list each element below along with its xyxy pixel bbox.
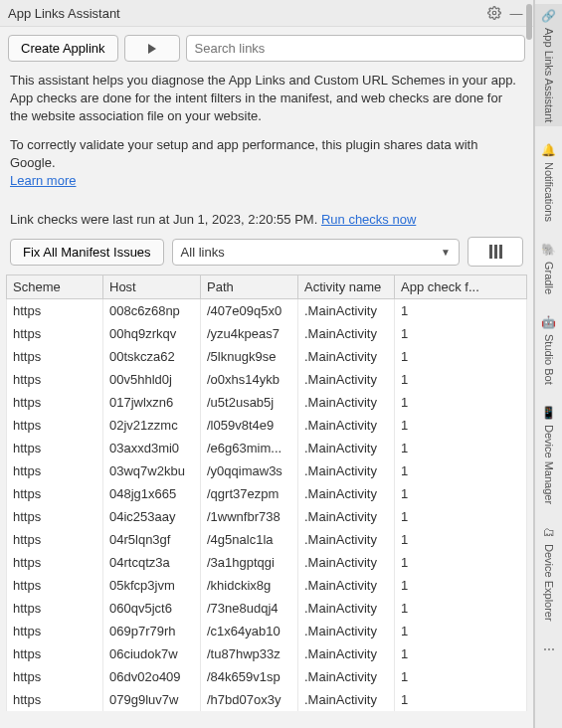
cell-flag: 1 bbox=[395, 299, 527, 323]
chevron-down-icon: ▼ bbox=[441, 247, 451, 258]
cell-flag: 1 bbox=[395, 322, 527, 345]
cell-scheme: https bbox=[7, 665, 103, 688]
sidebar-item-bot[interactable]: 🤖Studio Bot bbox=[541, 310, 557, 389]
cell-path: /5lknugk9se bbox=[201, 345, 298, 368]
col-host[interactable]: Host bbox=[103, 275, 201, 299]
sidebar-item-gradle[interactable]: 🐘Gradle bbox=[541, 238, 557, 298]
cell-path: /4g5nalc1la bbox=[201, 528, 298, 551]
cell-host: 04r5lqn3gf bbox=[103, 528, 201, 551]
fix-manifest-button[interactable]: Fix All Manifest Issues bbox=[10, 239, 164, 266]
learn-more-link[interactable]: Learn more bbox=[10, 173, 76, 188]
search-input[interactable] bbox=[186, 35, 525, 62]
scrollbar-thumb[interactable] bbox=[526, 4, 532, 40]
cell-scheme: https bbox=[7, 322, 103, 345]
sidebar-item-link[interactable]: 🔗App Links Assistant bbox=[535, 4, 562, 126]
cell-host: 00tskcza62 bbox=[103, 345, 201, 368]
desc-p2: To correctly validate your setup and app… bbox=[10, 136, 523, 191]
cell-host: 06dv02o409 bbox=[103, 665, 201, 688]
bell-icon: 🔔 bbox=[541, 142, 557, 158]
sidebar-item-device[interactable]: 📱Device Manager bbox=[541, 401, 557, 508]
table-row[interactable]: https06ciudok7w/tu87hwp33z.MainActivity1 bbox=[7, 642, 527, 665]
table-row[interactable]: https048jg1x665/qgrt37ezpm.MainActivity1 bbox=[7, 482, 527, 505]
cell-host: 00v5hhld0j bbox=[103, 368, 201, 391]
table-row[interactable]: https06dv02o409/84k659v1sp.MainActivity1 bbox=[7, 665, 527, 688]
cell-host: 03wq7w2kbu bbox=[103, 459, 201, 482]
cell-scheme: https bbox=[7, 574, 103, 597]
cell-path: /c1x64yab10 bbox=[201, 620, 298, 642]
table-row[interactable]: https060qv5jct6/73ne8udqj4.MainActivity1 bbox=[7, 597, 527, 620]
sidebar-label: Studio Bot bbox=[543, 334, 555, 385]
cell-path: /yzu4kpeas7 bbox=[201, 322, 298, 345]
cell-flag: 1 bbox=[395, 391, 527, 414]
cell-path: /e6g63mim... bbox=[201, 437, 298, 459]
controls-row: Fix All Manifest Issues All links ▼ bbox=[0, 237, 533, 274]
cell-path: /h7bd07ox3y bbox=[201, 688, 298, 711]
table-row[interactable]: https079g9luv7w/h7bd07ox3y.MainActivity1 bbox=[7, 688, 527, 711]
cell-activity: .MainActivity bbox=[298, 574, 395, 597]
run-button[interactable] bbox=[124, 35, 180, 62]
last-run-timestamp: Jun 1, 2023, 2:20:55 PM bbox=[173, 212, 314, 227]
cell-host: 048jg1x665 bbox=[103, 482, 201, 505]
sidebar-label: Device Manager bbox=[543, 425, 555, 504]
table-row[interactable]: https069p7r79rh/c1x64yab10.MainActivity1 bbox=[7, 620, 527, 642]
gear-icon[interactable] bbox=[485, 4, 503, 22]
table-row[interactable]: https05kfcp3jvm/khidckix8g.MainActivity1 bbox=[7, 574, 527, 597]
col-scheme[interactable]: Scheme bbox=[7, 275, 103, 299]
col-path[interactable]: Path bbox=[201, 275, 298, 299]
play-icon bbox=[147, 44, 157, 54]
cell-scheme: https bbox=[7, 620, 103, 642]
svg-marker-1 bbox=[148, 44, 156, 54]
cell-path: /73ne8udqj4 bbox=[201, 597, 298, 620]
cell-scheme: https bbox=[7, 642, 103, 665]
table-row[interactable]: https03axxd3mi0/e6g63mim....MainActivity… bbox=[7, 437, 527, 459]
cell-host: 069p7r79rh bbox=[103, 620, 201, 642]
table-row[interactable]: https00v5hhld0j/o0xhs14ykb.MainActivity1 bbox=[7, 368, 527, 391]
device-icon: 📱 bbox=[541, 405, 557, 421]
phone-icon: 🗂 bbox=[541, 524, 557, 540]
columns-toggle-button[interactable] bbox=[468, 237, 523, 267]
cell-flag: 1 bbox=[395, 505, 527, 528]
table-row[interactable]: https008c6z68np/407e09q5x0.MainActivity1 bbox=[7, 299, 527, 323]
minimize-icon[interactable]: — bbox=[507, 4, 525, 22]
columns-icon bbox=[489, 245, 502, 259]
cell-path: /tu87hwp33z bbox=[201, 642, 298, 665]
table-row[interactable]: https017jwlxzn6/u5t2usab5j.MainActivity1 bbox=[7, 391, 527, 414]
links-table-wrap[interactable]: Scheme Host Path Activity name App check… bbox=[6, 274, 527, 728]
table-header-row: Scheme Host Path Activity name App check… bbox=[7, 275, 527, 299]
table-row[interactable]: https00tskcza62/5lknugk9se.MainActivity1 bbox=[7, 345, 527, 368]
table-row[interactable]: https03wq7w2kbu/y0qqimaw3s.MainActivity1 bbox=[7, 459, 527, 482]
table-row[interactable]: https04r5lqn3gf/4g5nalc1la.MainActivity1 bbox=[7, 528, 527, 551]
table-row[interactable]: https00hq9zrkqv/yzu4kpeas7.MainActivity1 bbox=[7, 322, 527, 345]
cell-activity: .MainActivity bbox=[298, 459, 395, 482]
svg-point-0 bbox=[492, 11, 496, 15]
cell-scheme: https bbox=[7, 528, 103, 551]
table-row[interactable]: https04ic253aay/1wwnfbr738.MainActivity1 bbox=[7, 505, 527, 528]
links-filter-select[interactable]: All links ▼ bbox=[172, 239, 460, 266]
sidebar-item-phone[interactable]: 🗂Device Explorer bbox=[541, 520, 557, 626]
cell-activity: .MainActivity bbox=[298, 505, 395, 528]
create-applink-button[interactable]: Create Applink bbox=[8, 35, 118, 62]
panel-title: App Links Assistant bbox=[8, 6, 481, 21]
cell-activity: .MainActivity bbox=[298, 642, 395, 665]
cell-flag: 1 bbox=[395, 414, 527, 437]
cell-flag: 1 bbox=[395, 459, 527, 482]
col-appcheck[interactable]: App check f... bbox=[395, 275, 527, 299]
cell-flag: 1 bbox=[395, 345, 527, 368]
table-row[interactable]: https02jv21zzmc/l059v8t4e9.MainActivity1 bbox=[7, 414, 527, 437]
cell-activity: .MainActivity bbox=[298, 597, 395, 620]
cell-path: /o0xhs14ykb bbox=[201, 368, 298, 391]
sidebar-item-bell[interactable]: 🔔Notifications bbox=[541, 138, 557, 226]
cell-scheme: https bbox=[7, 688, 103, 711]
table-row[interactable]: https04rtcqtz3a/3a1hgptqgi.MainActivity1 bbox=[7, 551, 527, 574]
sidebar-item-more[interactable]: ⋯ bbox=[541, 637, 557, 661]
col-activity[interactable]: Activity name bbox=[298, 275, 395, 299]
run-checks-now-link[interactable]: Run checks now bbox=[321, 212, 416, 227]
sidebar-label: App Links Assistant bbox=[543, 28, 555, 122]
cell-activity: .MainActivity bbox=[298, 299, 395, 323]
cell-activity: .MainActivity bbox=[298, 414, 395, 437]
cell-scheme: https bbox=[7, 414, 103, 437]
cell-host: 017jwlxzn6 bbox=[103, 391, 201, 414]
cell-activity: .MainActivity bbox=[298, 322, 395, 345]
cell-host: 060qv5jct6 bbox=[103, 597, 201, 620]
cell-activity: .MainActivity bbox=[298, 688, 395, 711]
